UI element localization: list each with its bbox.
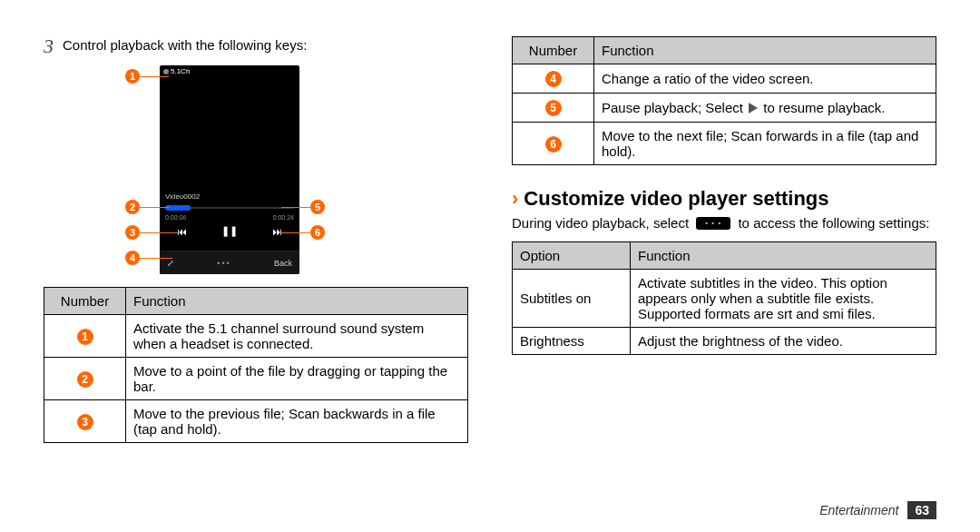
next-icon: ⏭ bbox=[272, 226, 282, 237]
table-row: 2 Move to a point of the file by draggin… bbox=[44, 358, 468, 400]
row-option: Brightness bbox=[513, 328, 631, 355]
th-function: Function bbox=[631, 242, 936, 270]
pause-icon: ❚❚ bbox=[221, 225, 238, 237]
speaker-icon bbox=[163, 69, 169, 74]
device-figure: 5.1Ch Video0002 0:00:06 0:00:24 ⏮ ❚❚ ⏭ ⤢… bbox=[116, 65, 343, 274]
menu-button-icon bbox=[696, 217, 730, 230]
options-table: Option Function Subtitles on Activate su… bbox=[512, 241, 936, 355]
chevron-right-icon: › bbox=[512, 187, 518, 211]
page: 3 Control playback with the following ke… bbox=[0, 0, 980, 474]
row-function: Change a ratio of the video screen. bbox=[594, 64, 936, 94]
callout-5: 5 bbox=[310, 200, 325, 214]
table-row: Brightness Adjust the brightness of the … bbox=[513, 328, 936, 355]
table-header-row: Option Function bbox=[513, 242, 936, 270]
lead-1 bbox=[140, 76, 169, 77]
th-function: Function bbox=[126, 288, 468, 315]
table-row: Subtitles on Activate subtitles in the v… bbox=[513, 270, 936, 328]
row-number: 4 bbox=[513, 64, 594, 94]
footer-page-number: 63 bbox=[907, 501, 936, 519]
time-elapsed: 0:00:06 bbox=[165, 214, 186, 221]
step-line: 3 Control playback with the following ke… bbox=[44, 36, 468, 56]
section-title: Customize video player settings bbox=[524, 187, 828, 211]
lead-6 bbox=[281, 232, 310, 233]
number-badge: 4 bbox=[545, 71, 562, 87]
text-after: to resume playback. bbox=[760, 100, 885, 115]
callout-2: 2 bbox=[125, 200, 140, 214]
time-total: 0:00:24 bbox=[273, 214, 294, 221]
row-number: 2 bbox=[44, 358, 126, 400]
row-function: Activate subtitles in the video. This op… bbox=[631, 270, 936, 328]
playback-controls: ⏮ ❚❚ ⏭ bbox=[160, 225, 299, 237]
page-footer: Entertainment 63 bbox=[819, 501, 936, 519]
table-row: 5 Pause playback; Select to resume playb… bbox=[513, 94, 936, 123]
table-row: 1 Activate the 5.1 channel surround soun… bbox=[44, 315, 468, 358]
th-function: Function bbox=[594, 37, 936, 64]
row-number: 3 bbox=[44, 400, 126, 443]
time-row: 0:00:06 0:00:24 bbox=[165, 214, 294, 221]
callout-6: 6 bbox=[310, 225, 325, 240]
th-option: Option bbox=[513, 242, 631, 270]
number-badge: 5 bbox=[545, 100, 562, 116]
row-option: Subtitles on bbox=[513, 270, 631, 328]
text-before: Pause playback; Select bbox=[602, 100, 747, 115]
table-header-row: Number Function bbox=[513, 37, 936, 64]
play-icon bbox=[749, 103, 758, 113]
lead-2 bbox=[140, 207, 169, 208]
right-column: Number Function 4 Change a ratio of the … bbox=[512, 36, 936, 456]
para-after: to access the following settings: bbox=[734, 215, 929, 231]
row-number: 1 bbox=[44, 315, 126, 358]
ratio-icon: ⤢ bbox=[167, 259, 174, 268]
th-number: Number bbox=[513, 37, 594, 64]
lead-5 bbox=[281, 207, 310, 208]
step-text: Control playback with the following keys… bbox=[63, 36, 307, 54]
row-function: Move to the next file; Scan forwards in … bbox=[594, 123, 936, 165]
para-before: During video playback, select bbox=[512, 215, 692, 231]
video-title: Video0002 bbox=[165, 192, 200, 201]
device-topbar: 5.1Ch bbox=[163, 67, 190, 75]
left-table: Number Function 1 Activate the 5.1 chann… bbox=[44, 287, 468, 443]
callout-1: 1 bbox=[125, 69, 140, 84]
lead-3 bbox=[140, 232, 178, 233]
device-footer: ⤢ ••• Back bbox=[160, 251, 299, 274]
footer-category: Entertainment bbox=[819, 503, 898, 517]
number-badge: 6 bbox=[545, 136, 562, 153]
row-function: Pause playback; Select to resume playbac… bbox=[594, 94, 936, 123]
progress-bar bbox=[165, 207, 294, 209]
audio-badge: 5.1Ch bbox=[171, 67, 190, 75]
number-badge: 3 bbox=[77, 414, 93, 430]
right-top-table: Number Function 4 Change a ratio of the … bbox=[512, 36, 936, 165]
callout-3: 3 bbox=[125, 225, 140, 240]
table-header-row: Number Function bbox=[44, 288, 468, 315]
menu-dots-icon: ••• bbox=[217, 259, 230, 268]
row-number: 5 bbox=[513, 94, 594, 123]
row-function: Adjust the brightness of the video. bbox=[631, 328, 936, 355]
row-function: Move to a point of the file by dragging … bbox=[126, 358, 468, 400]
row-function: Move to the previous file; Scan backward… bbox=[126, 400, 468, 443]
section-paragraph: During video playback, select to access … bbox=[512, 214, 936, 232]
lead-4 bbox=[140, 258, 172, 259]
row-function: Activate the 5.1 channel surround sound … bbox=[126, 315, 468, 358]
left-column: 3 Control playback with the following ke… bbox=[44, 36, 468, 456]
table-row: 6 Move to the next file; Scan forwards i… bbox=[513, 123, 936, 165]
step-number: 3 bbox=[44, 36, 54, 56]
device-screenshot: 5.1Ch Video0002 0:00:06 0:00:24 ⏮ ❚❚ ⏭ ⤢… bbox=[160, 65, 299, 274]
section-heading: › Customize video player settings bbox=[512, 187, 936, 211]
row-number: 6 bbox=[513, 123, 594, 165]
table-row: 4 Change a ratio of the video screen. bbox=[513, 64, 936, 94]
th-number: Number bbox=[44, 288, 126, 315]
back-label: Back bbox=[274, 259, 292, 268]
prev-icon: ⏮ bbox=[177, 226, 187, 237]
callout-4: 4 bbox=[125, 251, 140, 265]
number-badge: 1 bbox=[77, 329, 93, 345]
number-badge: 2 bbox=[77, 371, 93, 388]
table-row: 3 Move to the previous file; Scan backwa… bbox=[44, 400, 468, 443]
